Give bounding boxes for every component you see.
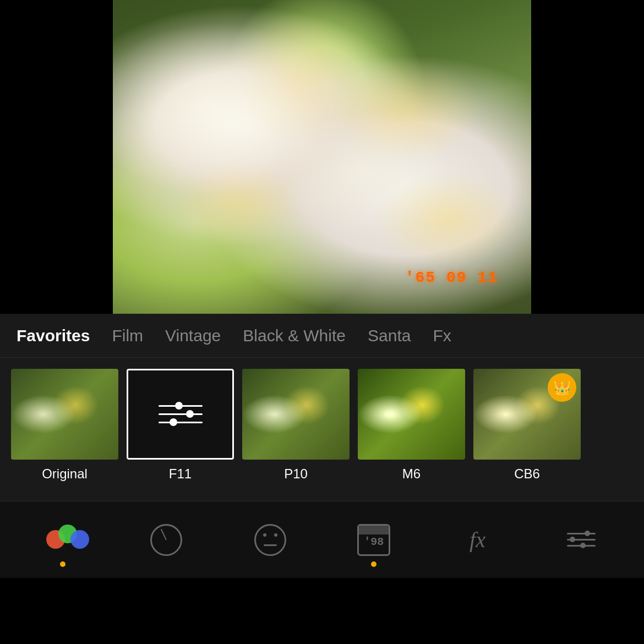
slider-dot-1 (175, 402, 183, 410)
preset-m6-image (358, 369, 465, 460)
tab-favorites[interactable]: Favorites (17, 322, 90, 350)
presets-area: Original F11 P10 (0, 358, 644, 501)
tool-face[interactable] (251, 521, 290, 559)
preset-f11[interactable]: F11 (127, 369, 234, 482)
preset-m6[interactable]: M6 (358, 369, 465, 482)
photo-background (113, 0, 531, 314)
bottom-toolbar: '98 fx (0, 501, 644, 578)
filter-tabs: Favorites Film Vintage Black & White San… (0, 314, 644, 358)
circle-blue (70, 530, 89, 549)
preset-p10-thumb (242, 369, 350, 460)
tab-vintage[interactable]: Vintage (165, 322, 221, 350)
face-icon (254, 524, 286, 556)
preset-m6-thumb (358, 369, 465, 460)
gauge-needle (161, 528, 167, 540)
f11-sliders-icon (159, 405, 203, 423)
menu-line-2 (567, 539, 596, 541)
photo-timestamp: '65 09 11 (405, 269, 498, 286)
tab-black-white[interactable]: Black & White (243, 322, 346, 350)
face-mouth (264, 544, 277, 546)
slider-dot-3 (170, 418, 177, 426)
tool-color[interactable] (43, 521, 82, 559)
photo-area: '65 09 11 (0, 0, 644, 314)
tab-santa[interactable]: Santa (368, 322, 411, 350)
date-active-dot (371, 561, 376, 567)
preset-original-thumb (11, 369, 118, 460)
preset-original[interactable]: Original (11, 369, 118, 482)
menu-dot-1 (585, 531, 590, 536)
tool-fx[interactable]: fx (458, 521, 496, 559)
preset-cb6[interactable]: 👑 CB6 (473, 369, 581, 482)
slider-line-3 (159, 422, 203, 423)
tool-adjust[interactable] (147, 521, 185, 559)
photo-overlay (113, 0, 531, 314)
slider-line-2 (159, 413, 203, 415)
menu-dot-2 (570, 537, 575, 542)
fx-icon: fx (458, 521, 496, 559)
date-header (359, 526, 389, 534)
menu-line-3 (567, 545, 596, 547)
menu-dot-3 (580, 543, 586, 548)
face-eye-left (263, 533, 266, 537)
crown-badge: 👑 (548, 373, 576, 402)
photo-container: '65 09 11 (113, 0, 531, 314)
adjust-icon (147, 521, 185, 559)
preset-cb6-label: CB6 (514, 466, 540, 482)
gauge-icon (150, 524, 182, 556)
preset-p10[interactable]: P10 (242, 369, 350, 482)
preset-p10-label: P10 (284, 466, 308, 482)
tab-fx[interactable]: Fx (433, 322, 451, 350)
preset-p10-image (242, 369, 350, 460)
tool-menu[interactable] (562, 521, 601, 559)
preset-m6-label: M6 (402, 466, 421, 482)
slider-line-1 (159, 405, 203, 407)
color-icon (43, 521, 82, 559)
date-number: '98 (364, 536, 384, 548)
preset-f11-label: F11 (169, 466, 192, 482)
tab-film[interactable]: Film (112, 322, 143, 350)
color-active-dot (60, 561, 66, 567)
menu-icon (562, 521, 601, 559)
face-eyes (263, 533, 277, 537)
menu-sliders-icon (567, 533, 596, 547)
slider-dot-2 (186, 410, 194, 418)
date-icon-container: '98 (354, 521, 393, 559)
preset-f11-thumb (127, 369, 234, 460)
preset-original-label: Original (42, 466, 88, 482)
preset-cb6-thumb: 👑 (473, 369, 581, 460)
fx-label: fx (470, 529, 485, 551)
face-icon-container (251, 521, 290, 559)
menu-line-1 (567, 533, 596, 534)
face-eye-right (274, 533, 277, 537)
color-circles-icon (46, 525, 79, 555)
date-stamp-icon: '98 (357, 524, 390, 556)
preset-original-image (11, 369, 118, 460)
tool-date[interactable]: '98 (354, 521, 393, 559)
